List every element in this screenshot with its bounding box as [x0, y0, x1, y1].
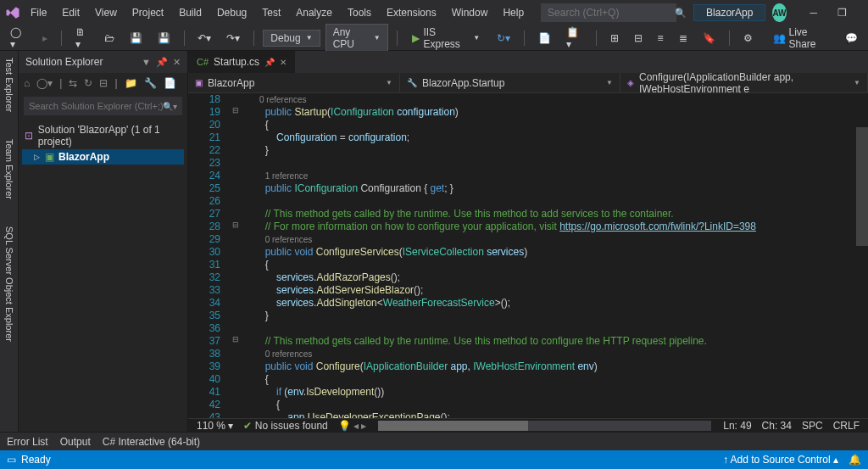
- user-avatar[interactable]: AW: [772, 3, 786, 22]
- menu-file[interactable]: File: [24, 3, 53, 22]
- save-button[interactable]: 💾: [125, 31, 147, 46]
- tab-output[interactable]: Output: [60, 436, 91, 448]
- tab-csharp-interactive[interactable]: C# Interactive (64-bit): [103, 436, 200, 448]
- indent-mode[interactable]: SPC: [797, 420, 828, 432]
- tool-icon-7[interactable]: 🔖: [698, 31, 721, 46]
- se-collapse-icon[interactable]: ⊟: [99, 77, 108, 89]
- search-icon: 🔍: [675, 8, 687, 19]
- vs-logo-icon: [5, 1, 20, 25]
- menu-build[interactable]: Build: [172, 3, 209, 22]
- solution-explorer-search-input[interactable]: [29, 101, 163, 111]
- menu-edit[interactable]: Edit: [55, 3, 86, 22]
- save-all-button[interactable]: 💾: [153, 31, 175, 46]
- solution-explorer: Solution Explorer ▼ 📌 ✕ ⌂ ◯▾ | ⇆ ↻ ⊟ | 📁…: [19, 51, 188, 432]
- tool-icon-4[interactable]: ⊟: [629, 31, 648, 46]
- tool-icon-8[interactable]: ⚙: [738, 31, 758, 46]
- tree-project-node[interactable]: ▷ ▣ BlazorApp: [22, 149, 184, 165]
- code-content[interactable]: 0 references public Startup(IConfigurati…: [242, 93, 856, 418]
- menu-extensions[interactable]: Extensions: [380, 3, 443, 22]
- menu-tools[interactable]: Tools: [341, 3, 378, 22]
- undo-button[interactable]: ↶▾: [192, 31, 216, 46]
- solution-explorer-search[interactable]: 🔍▾: [24, 97, 182, 115]
- caret-line[interactable]: Ln: 49: [718, 420, 756, 432]
- caret-col[interactable]: Ch: 34: [757, 420, 797, 432]
- close-button[interactable]: ✕: [862, 5, 868, 20]
- maximize-button[interactable]: ❐: [832, 5, 852, 20]
- menu-debug[interactable]: Debug: [210, 3, 253, 22]
- tab-close-icon[interactable]: ✕: [280, 58, 287, 67]
- menu-bar: File Edit View Project Build Debug Test …: [24, 3, 531, 22]
- se-back-icon[interactable]: ◯▾: [36, 77, 53, 89]
- rail-test-explorer[interactable]: Test Explorer: [3, 54, 16, 115]
- bottom-tool-tabs: Error List Output C# Interactive (64-bit…: [0, 432, 868, 450]
- code-area[interactable]: 1819202122232425262728293031323334353637…: [188, 93, 868, 418]
- menu-window[interactable]: Window: [445, 3, 495, 22]
- live-share-button[interactable]: 👥 Live Share: [768, 25, 836, 52]
- eol-mode[interactable]: CRLF: [828, 420, 865, 432]
- platform-dropdown[interactable]: Any CPU▼: [326, 24, 388, 53]
- tab-pin-icon[interactable]: 📌: [264, 58, 275, 67]
- horizontal-scrollbar[interactable]: [378, 421, 711, 431]
- rail-sql-explorer[interactable]: SQL Server Object Explorer: [3, 223, 16, 345]
- tool-icon-2[interactable]: 📋▾: [561, 25, 587, 52]
- menu-analyze[interactable]: Analyze: [289, 3, 339, 22]
- menu-view[interactable]: View: [88, 3, 124, 22]
- panel-pin-icon[interactable]: 📌: [156, 57, 168, 68]
- status-bar: ▭Ready ↑ Add to Source Control ▴ 🔔: [0, 450, 868, 469]
- status-ready: Ready: [21, 454, 51, 466]
- tree-solution-node[interactable]: ⊡ Solution 'BlazorApp' (1 of 1 project): [22, 122, 184, 149]
- nav-back-button[interactable]: ◯ ▾: [5, 25, 32, 52]
- side-rail: Test Explorer Team Explorer SQL Server O…: [0, 51, 19, 432]
- vertical-scrollbar[interactable]: [856, 93, 868, 418]
- tool-icon-6[interactable]: ≣: [674, 31, 693, 46]
- panel-dropdown-icon[interactable]: ▼: [142, 57, 151, 67]
- tool-icon-3[interactable]: ⊞: [605, 31, 624, 46]
- redo-button[interactable]: ↷▾: [221, 31, 245, 46]
- notifications-icon[interactable]: 🔔: [849, 454, 861, 466]
- se-showall-icon[interactable]: 📁: [125, 77, 137, 89]
- nav-class-dropdown[interactable]: 🔧 BlazorApp.Startup▼: [400, 73, 620, 92]
- nav-project-dropdown[interactable]: ▣ BlazorApp▼: [188, 73, 400, 92]
- csproj-icon: ▣: [195, 78, 203, 87]
- menu-test[interactable]: Test: [255, 3, 287, 22]
- hint-nav-icon[interactable]: 💡 ◂ ▸: [333, 420, 372, 432]
- menu-help[interactable]: Help: [496, 3, 531, 22]
- panel-close-icon[interactable]: ✕: [173, 57, 181, 68]
- browser-refresh-button[interactable]: ↻▾: [492, 31, 515, 46]
- source-control-button[interactable]: ↑ Add to Source Control ▴: [723, 454, 838, 466]
- window-controls: ─ ❐ ✕: [805, 5, 868, 20]
- config-dropdown[interactable]: Debug▼: [263, 30, 320, 47]
- main-toolbar: ◯ ▾ ▸ 🗎▾ 🗁 💾 💾 ↶▾ ↷▾ Debug▼ Any CPU▼ ▶II…: [0, 25, 868, 51]
- new-item-button[interactable]: 🗎▾: [70, 25, 94, 52]
- zoom-dropdown[interactable]: 110 % ▾: [192, 420, 238, 432]
- rail-team-explorer[interactable]: Team Explorer: [3, 136, 16, 203]
- issues-indicator[interactable]: ✔ No issues found: [238, 420, 332, 432]
- tool-icon-5[interactable]: ≡: [653, 31, 669, 46]
- tab-startup-cs[interactable]: C# Startup.cs 📌 ✕: [188, 51, 296, 73]
- se-props-icon[interactable]: 🔧: [144, 77, 157, 89]
- global-search[interactable]: 🔍: [541, 3, 676, 22]
- fold-marker[interactable]: ⊟: [231, 335, 240, 343]
- se-refresh-icon[interactable]: ↻: [84, 77, 92, 89]
- minimize-button[interactable]: ─: [805, 5, 823, 20]
- fold-marker[interactable]: ⊟: [231, 221, 240, 229]
- nav-member-dropdown[interactable]: ◈ Configure(IApplicationBuilder app, IWe…: [620, 73, 868, 92]
- menu-project[interactable]: Project: [125, 3, 170, 22]
- editor-tabs: C# Startup.cs 📌 ✕: [188, 51, 868, 73]
- se-preview-icon[interactable]: 📄: [164, 77, 176, 89]
- solution-name-badge[interactable]: BlazorApp: [693, 4, 765, 21]
- se-home-icon[interactable]: ⌂: [24, 77, 30, 89]
- solution-explorer-toolbar: ⌂ ◯▾ | ⇆ ↻ ⊟ | 📁 🔧 📄: [19, 73, 187, 93]
- nav-fwd-button[interactable]: ▸: [37, 31, 53, 46]
- global-search-input[interactable]: [548, 7, 675, 19]
- se-sync-icon[interactable]: ⇆: [69, 77, 77, 89]
- run-button[interactable]: ▶IIS Express▼: [405, 25, 487, 52]
- method-icon: ◈: [627, 78, 634, 87]
- title-bar: File Edit View Project Build Debug Test …: [0, 0, 868, 25]
- tool-icon-1[interactable]: 📄: [533, 31, 556, 46]
- open-button[interactable]: 🗁: [99, 31, 120, 46]
- solution-explorer-header: Solution Explorer ▼ 📌 ✕: [19, 51, 187, 73]
- tab-error-list[interactable]: Error List: [7, 436, 48, 448]
- fold-marker[interactable]: ⊟: [231, 106, 240, 114]
- feedback-button[interactable]: 💬: [840, 31, 863, 46]
